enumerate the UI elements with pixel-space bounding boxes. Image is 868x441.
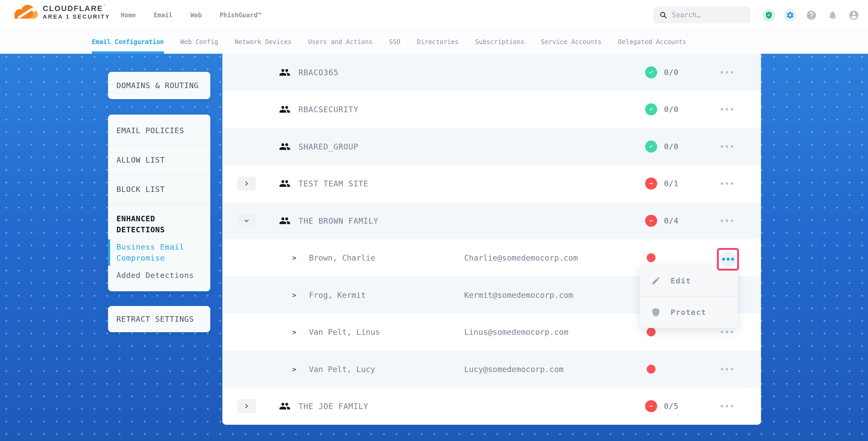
search-input[interactable] <box>671 11 745 19</box>
tab-delegated-accounts[interactable]: Delegated Accounts <box>618 30 686 54</box>
sidebar-item-retract-settings[interactable]: RETRACT SETTINGS <box>108 315 202 323</box>
status-check-icon <box>645 66 657 78</box>
tab-service-accounts[interactable]: Service Accounts <box>541 30 601 54</box>
search-icon <box>659 11 667 19</box>
sidebar-item-allow-list[interactable]: ALLOW LIST <box>108 146 210 175</box>
group-row-the-brown-family: THE BROWN FAMILY0/4 <box>222 202 761 240</box>
status-count: 0/0 <box>664 142 678 151</box>
group-row-rbaco365: RBACO3650/0 <box>222 54 761 91</box>
row-actions-button[interactable] <box>720 105 734 114</box>
email-policies-card: EMAIL POLICIESALLOW LISTBLOCK LISTENHANC… <box>108 115 210 291</box>
cloudflare-logo[interactable]: CLOUDFLARE' AREA 1 SECURITY <box>14 4 110 20</box>
help-icon[interactable] <box>805 9 818 22</box>
group-icon <box>279 400 290 412</box>
person-chevron: > <box>292 291 296 299</box>
status-minus-icon <box>645 215 657 227</box>
sidebar-item-business-email-compromise[interactable]: Business Email Compromise <box>108 238 210 267</box>
top-nav-item-phishguard[interactable]: PhishGuard™ <box>219 11 261 19</box>
top-nav: HomeEmailWebPhishGuard™ <box>121 0 261 30</box>
search-box[interactable] <box>653 6 750 23</box>
group-name: RBACO365 <box>299 68 339 77</box>
status-check-icon <box>645 140 657 153</box>
app-header: CLOUDFLARE' AREA 1 SECURITY HomeEmailWeb… <box>0 0 868 30</box>
brand-subtitle: AREA 1 SECURITY <box>43 13 110 20</box>
sidebar-item-added-detections[interactable]: Added Detections <box>108 267 210 290</box>
group-name: RBACSECURITY <box>299 105 359 114</box>
person-email: Charlie@somedemocorp.com <box>464 253 578 262</box>
group-icon <box>279 67 290 78</box>
group-name: SHARED_GROUP <box>299 142 359 151</box>
status-count: 0/0 <box>664 68 678 77</box>
brand-title: CLOUDFLARE' <box>43 4 110 12</box>
row-actions-button[interactable] <box>720 327 734 336</box>
group-row-shared-group: SHARED_GROUP0/0 <box>222 128 761 165</box>
protection-status: 0/4 <box>645 215 678 227</box>
tab-users-and-actions[interactable]: Users and Actions <box>308 30 373 54</box>
group-icon <box>279 178 290 189</box>
row-actions-button[interactable] <box>720 68 734 77</box>
group-name: THE JOE FAMILY <box>299 402 368 411</box>
notifications-bell-icon[interactable] <box>826 9 839 22</box>
shield-icon <box>651 308 660 317</box>
person-row-van-pelt-lucy: >Van Pelt, LucyLucy@somedemocorp.com <box>222 351 761 388</box>
person-name: Van Pelt, Lucy <box>309 365 375 374</box>
retract-settings-card: RETRACT SETTINGS <box>108 306 210 332</box>
alert-dot <box>647 327 656 336</box>
row-actions-button-active[interactable] <box>717 248 739 271</box>
tab-email-configuration[interactable]: Email Configuration <box>92 30 164 54</box>
protection-status: 0/0 <box>645 140 678 153</box>
group-icon <box>279 215 290 226</box>
config-tabs: Email ConfigurationWeb ConfigNetwork Dev… <box>0 30 868 54</box>
person-name: Frog, Kermit <box>309 290 366 300</box>
group-row-rbacsecurity: RBACSECURITY0/0 <box>222 91 761 128</box>
context-menu-item-protect[interactable]: Protect <box>640 296 738 328</box>
row-actions-button[interactable] <box>720 216 734 225</box>
header-icons <box>763 0 860 30</box>
account-avatar-icon[interactable] <box>847 9 860 22</box>
group-name: THE BROWN FAMILY <box>299 216 378 225</box>
person-name: Van Pelt, Linus <box>309 327 380 337</box>
expand-group-button[interactable] <box>237 177 256 191</box>
row-actions-button[interactable] <box>720 365 734 374</box>
group-icon <box>279 103 290 115</box>
tab-network-devices[interactable]: Network Devices <box>235 30 291 54</box>
context-menu-label: Protect <box>671 308 706 317</box>
group-row-test-team-site: TEST TEAM SITE0/1 <box>222 165 761 202</box>
row-actions-button[interactable] <box>720 402 734 411</box>
person-email: Linus@somedemocorp.com <box>464 327 568 337</box>
protection-status: 0/1 <box>645 178 678 190</box>
status-check-icon <box>645 103 657 115</box>
status-count: 0/1 <box>664 179 678 188</box>
status-count: 0/0 <box>664 105 678 114</box>
tab-directories[interactable]: Directories <box>417 30 459 54</box>
tab-sso[interactable]: SSO <box>389 30 400 54</box>
person-chevron: > <box>292 365 296 373</box>
row-actions-button[interactable] <box>720 179 734 188</box>
collapse-group-button[interactable] <box>237 214 256 228</box>
status-count: 0/5 <box>664 402 678 411</box>
person-chevron: > <box>292 328 296 336</box>
expand-group-button[interactable] <box>237 399 256 413</box>
person-email: Kermit@somedemocorp.com <box>464 290 573 300</box>
ellipsis-icon <box>720 251 736 267</box>
sidebar-item-domains-routing[interactable]: DOMAINS & ROUTING <box>108 81 207 90</box>
cloudflare-cloud-icon <box>14 4 40 20</box>
area1-security-app: CLOUDFLARE' AREA 1 SECURITY HomeEmailWeb… <box>0 0 868 441</box>
top-nav-item-web[interactable]: Web <box>190 11 202 19</box>
status-minus-icon <box>645 178 657 190</box>
sidebar-item-email-policies[interactable]: EMAIL POLICIES <box>108 116 210 146</box>
sidebar-item-block-list[interactable]: BLOCK LIST <box>108 175 210 204</box>
settings-gear-icon[interactable] <box>784 9 797 22</box>
group-row-the-joe-family: THE JOE FAMILY0/5 <box>222 388 761 425</box>
tab-subscriptions[interactable]: Subscriptions <box>475 30 524 54</box>
top-nav-item-home[interactable]: Home <box>121 11 136 19</box>
protection-status: 0/0 <box>645 103 678 115</box>
protection-status: 0/0 <box>645 66 678 78</box>
person-chevron: > <box>292 254 296 262</box>
status-minus-icon <box>645 400 657 412</box>
tab-web-config[interactable]: Web Config <box>180 30 218 54</box>
top-nav-item-email[interactable]: Email <box>154 11 173 19</box>
group-name: TEST TEAM SITE <box>299 179 368 188</box>
security-shield-check-icon[interactable] <box>763 9 775 22</box>
row-actions-button[interactable] <box>720 142 734 151</box>
